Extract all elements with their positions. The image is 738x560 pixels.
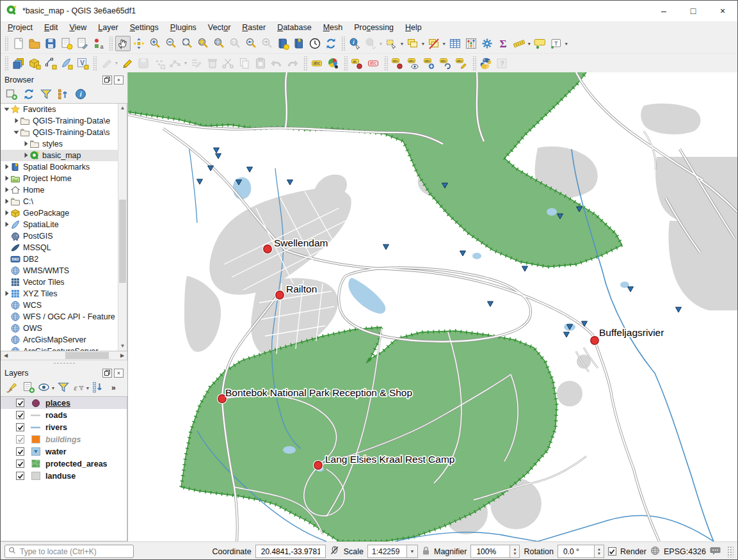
filter-browser-button[interactable] xyxy=(40,89,52,102)
temporal-controller-button[interactable] xyxy=(307,36,323,51)
browser-vscrollbar[interactable]: ▲ ▼ xyxy=(118,104,127,351)
layer-visibility-checkbox[interactable] xyxy=(16,399,24,407)
new-virtual-layer-button[interactable]: V xyxy=(75,56,90,71)
rotate-label-button[interactable]: abc xyxy=(438,56,453,71)
layer-visibility-checkbox[interactable] xyxy=(16,472,24,480)
browser-item-vector-tiles[interactable]: Vector Tiles xyxy=(1,276,118,288)
layer-visibility-checkbox[interactable] xyxy=(16,435,24,444)
expander-closed-icon[interactable] xyxy=(3,174,10,183)
scale-combo[interactable]: 1:42259 xyxy=(367,545,407,558)
minimize-button[interactable]: – xyxy=(649,1,678,21)
menu-vector[interactable]: Vector xyxy=(202,22,236,33)
coordinate-input[interactable] xyxy=(260,547,321,557)
zoom-to-layer-button[interactable] xyxy=(211,36,227,51)
new-spatialite-layer-button[interactable] xyxy=(59,56,74,71)
new-shapefile-layer-button[interactable] xyxy=(43,56,58,71)
browser-item-spatial-bookmarks[interactable]: Spatial Bookmarks xyxy=(1,161,118,173)
zoom-last-button[interactable] xyxy=(243,36,259,51)
pin-labels-button[interactable]: ab xyxy=(349,56,365,71)
browser-item-c[interactable]: C:\ xyxy=(1,196,118,207)
new-project-button[interactable] xyxy=(11,36,26,51)
save-project-button[interactable] xyxy=(43,36,58,51)
menu-plugins[interactable]: Plugins xyxy=(164,22,202,33)
identify-features-button[interactable]: i xyxy=(348,36,363,51)
menu-layer[interactable]: Layer xyxy=(92,22,124,33)
select-features-by-value-button[interactable]: ▼ xyxy=(405,36,426,51)
open-layer-styling-button[interactable] xyxy=(5,382,18,395)
locator-bar[interactable] xyxy=(4,545,134,558)
measure-line-button[interactable]: ▼ xyxy=(511,36,532,51)
toolbar-grip[interactable] xyxy=(4,36,8,51)
data-source-manager-button[interactable] xyxy=(11,56,26,71)
add-selected-layers-button[interactable] xyxy=(5,89,18,102)
scale-dropdown-icon[interactable]: ▼ xyxy=(407,545,418,558)
browser-item-postgis[interactable]: PostGIS xyxy=(1,230,118,242)
rotation-box[interactable] xyxy=(558,545,595,558)
layer-visibility-checkbox[interactable] xyxy=(16,460,24,468)
browser-item-xyz-tiles[interactable]: XYZ Tiles xyxy=(1,288,118,300)
lock-scale-icon[interactable] xyxy=(422,546,430,557)
resize-grip[interactable] xyxy=(727,546,734,557)
show-spatial-bookmarks-button[interactable] xyxy=(291,36,307,51)
browser-item-styles[interactable]: styles xyxy=(1,138,118,150)
layer-diagram-options-button[interactable] xyxy=(325,56,341,71)
show-hide-labels-button[interactable]: abc xyxy=(406,56,421,71)
pin-unpin-labels-button[interactable]: abc xyxy=(390,56,405,71)
style-manager-button[interactable]: a xyxy=(91,36,106,51)
rotation-spinner[interactable]: ▲▼ xyxy=(595,545,604,558)
layer-visibility-checkbox[interactable] xyxy=(16,423,24,431)
dropdown-arrow-icon[interactable]: ▼ xyxy=(183,61,188,65)
highlight-unplaced-labels-button[interactable]: abc xyxy=(365,56,381,71)
open-attribute-table-button[interactable] xyxy=(447,36,463,51)
dropdown-arrow-icon[interactable]: ▼ xyxy=(442,42,446,46)
menu-help[interactable]: Help xyxy=(399,22,428,33)
pan-to-selection-button[interactable] xyxy=(131,36,147,51)
collapse-all-button[interactable] xyxy=(57,89,70,102)
python-console-button[interactable] xyxy=(478,56,493,71)
messages-icon[interactable] xyxy=(710,546,721,557)
pan-map-button[interactable] xyxy=(115,36,131,51)
open-project-button[interactable] xyxy=(27,36,42,51)
layer-row-protected_areas[interactable]: protected_areas xyxy=(1,458,127,470)
dropdown-arrow-icon[interactable]: ▼ xyxy=(379,42,383,46)
menu-view[interactable]: View xyxy=(63,22,92,33)
expander-closed-icon[interactable] xyxy=(22,151,29,160)
scroll-right-icon[interactable]: ▶ xyxy=(118,351,127,360)
new-spatial-bookmark-button[interactable] xyxy=(275,36,291,51)
layers-close-button[interactable]: × xyxy=(114,369,124,378)
select-features-button[interactable]: ▼ xyxy=(384,36,405,51)
rotation-input[interactable] xyxy=(562,547,590,557)
statistical-summary-button[interactable]: Σ xyxy=(495,36,511,51)
maximize-button[interactable]: □ xyxy=(678,1,708,21)
refresh-browser-button[interactable] xyxy=(22,89,35,102)
new-print-layout-button[interactable] xyxy=(59,36,74,51)
browser-item-ows[interactable]: OWS xyxy=(1,323,118,334)
coordinate-box[interactable] xyxy=(255,545,326,558)
menu-database[interactable]: Database xyxy=(271,22,317,33)
expander-closed-icon[interactable] xyxy=(3,220,10,229)
layer-row-roads[interactable]: roads xyxy=(1,409,127,421)
browser-item-home[interactable]: Home xyxy=(1,184,118,196)
filter-by-expression-button[interactable]: ε▼ xyxy=(74,382,87,395)
place-marker[interactable] xyxy=(314,461,322,469)
expand-collapse-all-button[interactable] xyxy=(92,382,104,395)
scroll-down-icon[interactable]: ▼ xyxy=(118,342,127,351)
close-button[interactable]: × xyxy=(708,1,737,21)
map-canvas[interactable]: SwellendamRailtonBuffeljagsrivierBontebo… xyxy=(127,72,737,541)
magnifier-input[interactable] xyxy=(475,547,506,557)
browser-item-basic-map[interactable]: basic_map xyxy=(1,150,118,161)
render-checkbox[interactable] xyxy=(608,547,616,556)
place-marker[interactable] xyxy=(276,291,284,299)
dropdown-arrow-icon[interactable]: ▼ xyxy=(564,42,568,46)
field-calculator-button[interactable] xyxy=(463,36,479,51)
browser-item-spatialite[interactable]: SpatiaLite xyxy=(1,219,118,230)
layer-labeling-options-button[interactable]: abc xyxy=(309,56,325,71)
dropdown-arrow-icon[interactable]: ▼ xyxy=(421,42,425,46)
layer-row-water[interactable]: water xyxy=(1,445,127,458)
browser-item-qgis-training-data-e[interactable]: QGIS-Training-Data\e xyxy=(1,115,118,127)
scroll-left-icon[interactable]: ◀ xyxy=(1,351,10,360)
crs-globe-icon[interactable] xyxy=(650,546,660,557)
menu-settings[interactable]: Settings xyxy=(124,22,164,33)
layer-row-places[interactable]: places xyxy=(1,397,127,409)
layers-float-button[interactable] xyxy=(102,369,112,378)
